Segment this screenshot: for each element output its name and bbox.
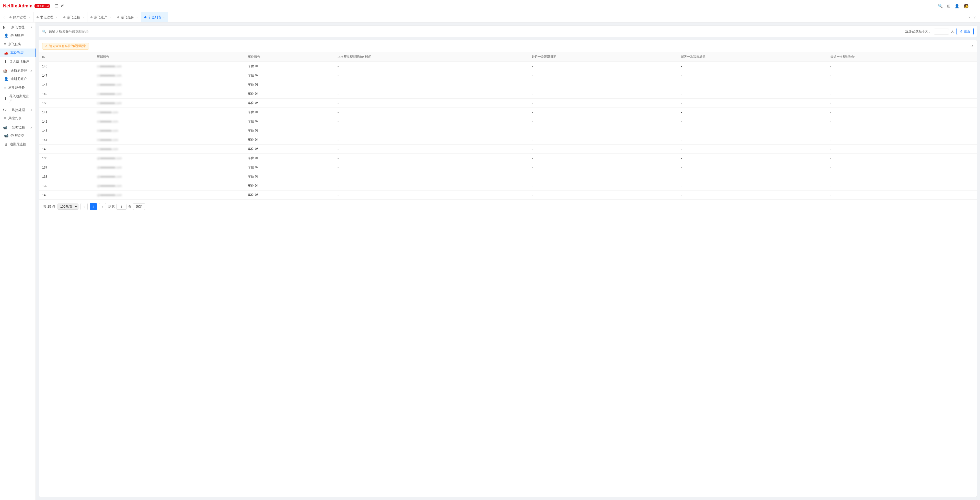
page-size-select[interactable]: 100条/页 50条/页 20条/页 — [57, 203, 78, 210]
tabs-next-btn[interactable]: › — [967, 15, 971, 20]
filter-days-input[interactable] — [934, 29, 949, 35]
table-row: 145mt■■■■■■.com车位 05---- — [39, 144, 977, 154]
cell-3-1: cn■■■■■■■■.com — [94, 89, 245, 98]
cell-0-2: 车位 01 — [245, 62, 334, 71]
page-goto: 到第 页 确定 — [108, 203, 145, 210]
table-refresh-btn[interactable]: ↺ — [970, 44, 974, 49]
main-layout: N 奈飞管理 ∧👤 奈飞账户≡ 奈飞任务🚗 车位列表⬆ 导入奈飞账户🏰 迪斯尼管… — [0, 22, 980, 500]
tabs-prev-btn[interactable]: ‹ — [2, 15, 6, 20]
cell-14-6: - — [827, 190, 977, 200]
cell-6-0: 142 — [39, 117, 94, 126]
cell-14-3: - — [334, 190, 529, 200]
cell-8-2: 车位 04 — [245, 135, 334, 144]
cell-4-5: - — [678, 98, 827, 108]
tab-accounts[interactable]: 账户管理 × — [6, 12, 33, 22]
collapse-icon-risk[interactable]: ∧ — [30, 108, 32, 112]
sidebar-group-header-nf[interactable]: N 奈飞管理 ∧ — [0, 22, 35, 31]
user-icon[interactable]: 🧑 — [964, 3, 969, 8]
tab-close-tasks[interactable]: × — [136, 16, 138, 19]
cell-7-1: mt■■■■■■.com — [94, 126, 245, 135]
cell-0-5: - — [678, 62, 827, 71]
sidebar-item-nf-tasks[interactable]: ≡ 奈飞任务 — [0, 40, 35, 49]
logo-badge: 2025.02.23 — [35, 4, 50, 8]
cell-11-6: - — [827, 163, 977, 172]
tab-close-nodes[interactable]: × — [56, 16, 57, 19]
avatar-icon[interactable]: 👤 — [955, 3, 959, 8]
sidebar-item-disney-monitor[interactable]: 🖥 迪斯尼监控 — [0, 140, 35, 149]
tab-dot-tasks — [117, 16, 119, 18]
collapse-icon-nf[interactable]: ∧ — [30, 25, 32, 29]
cell-7-3: - — [334, 126, 529, 135]
tab-close-seats[interactable]: × — [163, 16, 165, 19]
cell-9-4: - — [529, 144, 678, 154]
tab-monitor[interactable]: 奈飞监控 × — [60, 12, 87, 22]
cell-12-4: - — [529, 172, 678, 181]
sidebar-group-nf: N 奈飞管理 ∧👤 奈飞账户≡ 奈飞任务🚗 车位列表⬆ 导入奈飞账户 — [0, 22, 35, 66]
pagination: 共 15 条 100条/页 50条/页 20条/页 ‹ 1 › 到第 页 确定 — [39, 200, 977, 213]
prev-page-btn[interactable]: ‹ — [81, 203, 88, 210]
tab-seats[interactable]: 车位列表 × — [141, 12, 168, 22]
sidebar-item-nf-import[interactable]: ⬆ 导入奈飞账户 — [0, 57, 35, 66]
cell-0-0: 146 — [39, 62, 94, 71]
tab-close-users[interactable]: × — [109, 16, 111, 19]
sidebar-label-disney-monitor: 迪斯尼监控 — [10, 142, 26, 147]
cell-14-2: 车位 05 — [245, 190, 334, 200]
goto-confirm-btn[interactable]: 确定 — [133, 203, 145, 210]
sidebar-icon-disney-tasks: ≡ — [4, 86, 6, 90]
sidebar-item-nf-monitor[interactable]: 📹 奈飞监控 — [0, 131, 35, 140]
cell-2-5: - — [678, 80, 827, 89]
tabs-more-btn[interactable]: ∨ — [971, 15, 978, 19]
cell-7-4: - — [529, 126, 678, 135]
col-header-2: 车位编号 — [245, 52, 334, 62]
cell-4-3: - — [334, 98, 529, 108]
cell-0-6: - — [827, 62, 977, 71]
tab-users[interactable]: 奈飞账户 × — [88, 12, 114, 22]
more-icon[interactable]: ⋮ — [973, 3, 977, 8]
cell-9-5: - — [678, 144, 827, 154]
tab-tasks[interactable]: 奈飞任务 × — [114, 12, 141, 22]
search-input[interactable] — [49, 30, 902, 33]
menu-icon[interactable]: ☰ — [55, 3, 59, 8]
cell-12-2: 车位 03 — [245, 172, 334, 181]
cell-2-0: 148 — [39, 80, 94, 89]
refresh-icon[interactable]: ↺ — [60, 3, 64, 8]
collapse-icon-realtime[interactable]: ∧ — [30, 125, 32, 129]
sidebar-item-risk-list[interactable]: ≡ 风控列表 — [0, 114, 35, 122]
sidebar-group-header-disney[interactable]: 🏰 迪斯尼管理 ∧ — [0, 66, 35, 75]
blurred-account: mt■■■■■■.com — [97, 138, 118, 142]
grid-icon[interactable]: ⊞ — [947, 3, 950, 8]
goto-label: 到第 — [108, 204, 115, 209]
sidebar-item-nf-accounts[interactable]: 👤 奈飞账户 — [0, 31, 35, 40]
tabs-list: 账户管理 × 书点管理 × 奈飞监控 × 奈飞账户 × 奈飞任务 × 车位列表 … — [6, 12, 967, 22]
cell-5-5: - — [678, 108, 827, 117]
tab-close-accounts[interactable]: × — [29, 16, 30, 19]
sidebar-item-nf-seats[interactable]: 🚗 车位列表 — [0, 49, 35, 57]
cell-9-3: - — [334, 144, 529, 154]
blurred-account: cn■■■■■■■■.com — [97, 74, 122, 77]
tab-dot-monitor — [64, 16, 65, 18]
search-icon[interactable]: 🔍 — [938, 3, 943, 8]
blurred-account: mt■■■■■■.com — [97, 120, 118, 123]
page-1-btn[interactable]: 1 — [90, 203, 97, 210]
sidebar-group-header-realtime[interactable]: 📹 实时监控 ∧ — [0, 122, 35, 131]
tab-label-nodes: 书点管理 — [40, 15, 53, 20]
cell-8-5: - — [678, 135, 827, 144]
collapse-icon-disney[interactable]: ∧ — [30, 69, 32, 73]
tab-nodes[interactable]: 书点管理 × — [33, 12, 60, 22]
sidebar-label-disney-accounts: 迪斯尼账户 — [11, 76, 27, 81]
blurred-account: qb■■■■■■■■.com — [97, 184, 122, 188]
cell-11-5: - — [678, 163, 827, 172]
reset-button[interactable]: ↺ 重置 — [956, 28, 974, 35]
tab-close-monitor[interactable]: × — [82, 16, 84, 19]
goto-input[interactable] — [116, 204, 126, 210]
sidebar-label-nf-seats: 车位列表 — [11, 51, 24, 55]
sidebar-item-disney-accounts[interactable]: 👤 迪斯尼账户 — [0, 75, 35, 83]
cell-7-5: - — [678, 126, 827, 135]
sidebar-item-disney-tasks[interactable]: ≡ 迪斯尼任务 — [0, 83, 35, 92]
sidebar-group-header-risk[interactable]: 🛡 风控处理 ∧ — [0, 105, 35, 114]
cell-0-3: - — [334, 62, 529, 71]
cell-6-5: - — [678, 117, 827, 126]
sidebar-item-disney-import[interactable]: ⬆ 导入迪斯尼账户 — [0, 92, 35, 105]
group-label-realtime: 实时监控 — [12, 125, 25, 130]
next-page-btn[interactable]: › — [99, 203, 106, 210]
